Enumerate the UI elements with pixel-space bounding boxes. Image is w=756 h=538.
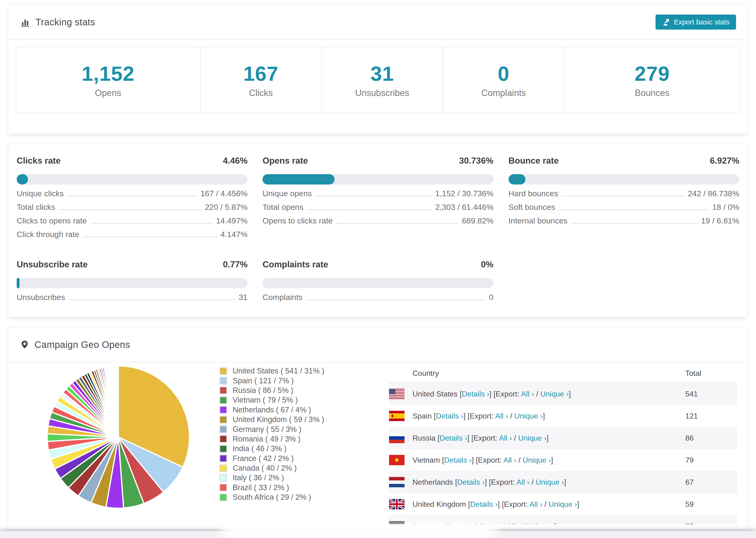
progress-bar xyxy=(17,278,247,288)
dotted-leader xyxy=(83,237,217,237)
stat-cell-unsubscribes: 31 Unsubscribes xyxy=(321,47,443,113)
legend-swatch-icon xyxy=(220,377,227,385)
rates-grid: Clicks rate 4.46% Unique clicks 167 / 4.… xyxy=(8,144,748,302)
legend-item[interactable]: Brazil ( 33 / 2% ) xyxy=(220,483,324,493)
export-unique-link[interactable]: Unique › xyxy=(540,390,568,398)
rate-detail-row: Complaints 0 xyxy=(262,294,493,302)
export-all-link[interactable]: All › xyxy=(503,456,516,464)
rate-detail-row: Unsubscribes 31 xyxy=(17,294,247,302)
legend-item[interactable]: Spain ( 121 / 7% ) xyxy=(220,376,324,385)
rate-detail-value: 1,152 / 30.736% xyxy=(435,189,494,198)
legend-label: France ( 42 / 2% ) xyxy=(233,454,294,463)
geo-opens-pie-chart[interactable] xyxy=(45,364,191,510)
country-total: 86 xyxy=(685,434,694,443)
export-basic-stats-button[interactable]: Export basic stats xyxy=(656,15,736,29)
stat-value: 1,152 xyxy=(82,62,135,86)
legend-swatch-icon xyxy=(220,426,227,433)
details-link[interactable]: Details › xyxy=(457,478,485,486)
stat-value: 0 xyxy=(498,62,510,86)
rate-head: Bounce rate 6.927% xyxy=(509,156,739,166)
legend-item[interactable]: Canada ( 40 / 2% ) xyxy=(220,463,324,473)
map-pin-icon xyxy=(20,340,29,349)
export-all-link[interactable]: All › xyxy=(495,412,508,420)
rate-value: 0% xyxy=(481,260,493,269)
export-all-link[interactable]: All › xyxy=(499,434,512,442)
legend-item[interactable]: United States ( 541 / 31% ) xyxy=(220,366,324,376)
legend-item[interactable]: France ( 42 / 2% ) xyxy=(220,454,324,463)
country-name: Netherlands xyxy=(412,478,453,486)
details-link[interactable]: Details › xyxy=(440,434,467,442)
dotted-leader xyxy=(69,299,235,300)
campaign-geo-opens-card: Campaign Geo Opens United States ( 541 /… xyxy=(8,327,748,530)
rate-title: Bounce rate xyxy=(509,156,559,166)
export-all-link[interactable]: All › xyxy=(521,390,534,398)
export-unique-link[interactable]: Unique › xyxy=(523,456,551,464)
export-unique-link[interactable]: Unique › xyxy=(526,522,555,524)
rate-title: Complaints rate xyxy=(262,260,328,269)
legend-item[interactable]: South Africa ( 29 / 2% ) xyxy=(220,493,324,502)
details-link[interactable]: Details › xyxy=(444,456,472,464)
rate-detail-label: Unique clicks xyxy=(17,189,64,198)
rate-value: 0.77% xyxy=(223,260,247,269)
blurred-overlay xyxy=(221,521,498,538)
legend-item[interactable]: Italy ( 36 / 2% ) xyxy=(220,473,324,483)
stat-label: Opens xyxy=(95,88,121,98)
legend-swatch-icon xyxy=(220,397,227,404)
legend-label: Russia ( 86 / 5% ) xyxy=(233,386,293,395)
progress-fill xyxy=(17,278,20,288)
export-unique-link[interactable]: Unique › xyxy=(549,500,577,509)
legend-item[interactable]: Vietnam ( 79 / 5% ) xyxy=(220,395,324,405)
table-row-vn: Vietnam [Details ›] [Export: All › / Uni… xyxy=(389,449,737,471)
legend-label: Brazil ( 33 / 2% ) xyxy=(233,483,289,492)
legend-swatch-icon xyxy=(220,406,227,413)
legend-label: Romania ( 49 / 3% ) xyxy=(233,435,300,443)
details-link[interactable]: Details › xyxy=(462,390,489,398)
flag-gb-icon xyxy=(389,499,405,510)
rate-detail-row: Unique clicks 167 / 4.456% xyxy=(17,190,247,198)
export-button-label: Export basic stats xyxy=(674,18,729,26)
rate-head: Opens rate 30.736% xyxy=(262,156,493,166)
legend-item[interactable]: Netherlands ( 67 / 4% ) xyxy=(220,405,324,415)
export-all-link[interactable]: All › xyxy=(529,500,542,509)
country-total: 67 xyxy=(685,478,694,487)
rate-block: Complaints rate 0% Complaints 0 xyxy=(262,260,493,302)
dotted-leader xyxy=(562,196,684,196)
progress-fill xyxy=(17,174,28,185)
rate-title: Unsubscribe rate xyxy=(17,260,87,269)
export-icon xyxy=(662,18,671,26)
geo-opens-title: Campaign Geo Opens xyxy=(34,340,130,350)
pie-svg xyxy=(45,364,191,510)
legend-label: Netherlands ( 67 / 4% ) xyxy=(233,405,311,414)
export-unique-link[interactable]: Unique › xyxy=(518,434,547,442)
dotted-leader xyxy=(59,209,201,210)
rate-block: Opens rate 30.736% Unique opens 1,152 / … xyxy=(262,156,493,239)
flag-es-icon xyxy=(389,411,405,421)
legend-swatch-icon xyxy=(220,416,227,423)
rates-card: Clicks rate 4.46% Unique clicks 167 / 4.… xyxy=(8,144,748,317)
rate-detail-value: 167 / 4.456% xyxy=(200,189,247,198)
table-row-nl: Netherlands [Details ›] [Export: All › /… xyxy=(389,471,737,493)
rate-detail-value: 242 / 86.738% xyxy=(688,189,739,198)
details-link[interactable]: Details › xyxy=(470,500,498,509)
export-unique-link[interactable]: Unique › xyxy=(536,478,564,486)
export-unique-link[interactable]: Unique › xyxy=(514,412,543,420)
rate-detail-value: 14.497% xyxy=(216,216,247,225)
export-all-link[interactable]: All › xyxy=(516,478,529,486)
legend-item[interactable]: India ( 46 / 3% ) xyxy=(220,444,324,454)
rate-detail-row: Total clicks 220 / 5.87% xyxy=(17,203,247,212)
geo-table-header: Country Total xyxy=(389,362,737,383)
rate-detail-label: Unique opens xyxy=(262,189,312,198)
stat-label: Clicks xyxy=(249,88,273,98)
legend-item[interactable]: Romania ( 49 / 3% ) xyxy=(220,434,324,444)
legend-item[interactable]: Germany ( 55 / 3% ) xyxy=(220,424,324,434)
legend-label: Vietnam ( 79 / 5% ) xyxy=(233,396,298,404)
legend-item[interactable]: United Kingdom ( 59 / 3% ) xyxy=(220,415,324,424)
table-row-us: United States [Details ›] [Export: All ›… xyxy=(389,383,737,405)
legend-item[interactable]: Russia ( 86 / 5% ) xyxy=(220,386,324,395)
details-link[interactable]: Details › xyxy=(436,412,463,420)
rate-detail-row: Unique opens 1,152 / 30.736% xyxy=(262,190,493,198)
rate-detail-value: 31 xyxy=(239,293,248,302)
export-all-link[interactable]: All › xyxy=(507,522,520,524)
progress-bar xyxy=(262,174,493,185)
pie-legend: United States ( 541 / 31% ) Spain ( 121 … xyxy=(220,366,324,502)
